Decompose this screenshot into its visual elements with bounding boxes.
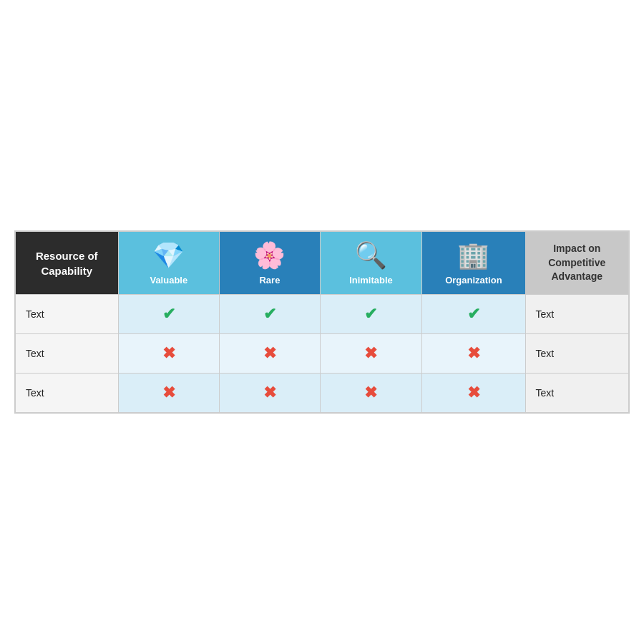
cross-icon: ✖ (467, 384, 480, 401)
th-inimitable: 🔍 Inimitable (320, 232, 421, 295)
header-row: Resource of Capability 💎 Valuable 🌸 Rare… (16, 232, 629, 295)
rare-cell: ✖ (220, 374, 321, 413)
cross-icon: ✖ (467, 344, 480, 362)
th-resource: Resource of Capability (16, 232, 119, 295)
rare-label: Rare (225, 275, 314, 286)
check-icon: ✔ (162, 305, 175, 323)
organization-cell: ✖ (422, 374, 525, 413)
rare-cell: ✖ (220, 334, 321, 374)
inimitable-cell: ✔ (320, 295, 421, 334)
search-icon: 🔍 (326, 240, 416, 270)
cross-icon: ✖ (162, 384, 175, 401)
rare-cell: ✔ (220, 295, 321, 334)
impact-label: Impact on Competitive Advantage (548, 243, 605, 282)
check-icon: ✔ (467, 305, 480, 323)
impact-cell: Text (525, 334, 628, 374)
valuable-cell: ✖ (118, 374, 220, 413)
th-rare: 🌸 Rare (220, 232, 321, 295)
cross-icon: ✖ (162, 344, 175, 362)
impact-cell: Text (525, 295, 628, 334)
th-valuable: 💎 Valuable (118, 232, 220, 295)
diamond-icon: 💎 (125, 240, 214, 270)
flower-icon: 🌸 (225, 240, 314, 270)
resource-label: Resource of Capability (36, 250, 98, 277)
th-impact: Impact on Competitive Advantage (525, 232, 628, 295)
table-row: Text✔✔✔✔Text (16, 295, 629, 334)
inimitable-cell: ✖ (320, 334, 421, 374)
cross-icon: ✖ (364, 344, 377, 362)
organization-cell: ✔ (422, 295, 525, 334)
cross-icon: ✖ (263, 384, 276, 401)
cross-icon: ✖ (364, 384, 377, 401)
cross-icon: ✖ (263, 344, 276, 362)
inimitable-label: Inimitable (326, 275, 416, 286)
resource-cell: Text (16, 374, 119, 413)
resource-cell: Text (16, 334, 119, 374)
table-body: Text✔✔✔✔TextText✖✖✖✖TextText✖✖✖✖Text (16, 295, 629, 413)
organization-cell: ✖ (422, 334, 525, 374)
organization-label: Organization (428, 275, 519, 286)
table-row: Text✖✖✖✖Text (16, 334, 629, 374)
resource-cell: Text (16, 295, 119, 334)
org-icon: 🏢 (428, 240, 519, 270)
th-organization: 🏢 Organization (422, 232, 525, 295)
inimitable-cell: ✖ (320, 374, 421, 413)
valuable-label: Valuable (125, 275, 214, 286)
check-icon: ✔ (364, 305, 377, 323)
vrio-table: Resource of Capability 💎 Valuable 🌸 Rare… (14, 230, 630, 414)
impact-cell: Text (525, 374, 628, 413)
valuable-cell: ✖ (118, 334, 220, 374)
table-row: Text✖✖✖✖Text (16, 374, 629, 413)
check-icon: ✔ (263, 305, 276, 323)
valuable-cell: ✔ (118, 295, 220, 334)
